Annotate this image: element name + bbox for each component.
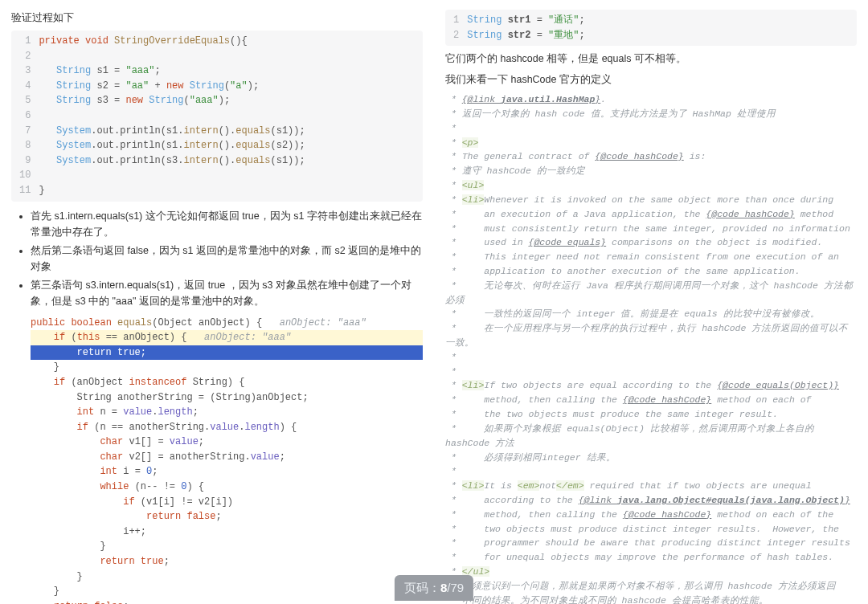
explain-list: 首先 s1.intern.equals(s1) 这个无论如何都返回 true，因… xyxy=(11,208,423,309)
code-block-3: 1 2 String str1 = "通话"; String str2 = "重… xyxy=(445,10,857,46)
code-block-1: 1 2 3 4 5 6 7 8 9 10 11 private void Str… xyxy=(11,31,423,202)
page-total: /79 xyxy=(447,581,464,594)
list-item: 第三条语句 s3.intern.equals(s1)，返回 true ，因为 s… xyxy=(31,277,423,309)
list-item: 然后第二条语句返回 false，因为 s1 返回的是常量池中的对象，而 s2 返… xyxy=(31,243,423,275)
code-block-2: public boolean equals(Object anObject) {… xyxy=(31,316,423,604)
page-indicator: 页码：8/79 xyxy=(395,575,473,601)
code-gutter: 1 2 xyxy=(445,10,464,46)
left-column: 验证过程如下 1 2 3 4 5 6 7 8 9 10 11 private v… xyxy=(0,0,434,604)
paragraph: 我们来看一下 hashCode 官方的定义 xyxy=(445,71,857,88)
paragraph: 它们两个的 hashcode 相等，但是 equals 可不相等。 xyxy=(445,51,857,67)
code-body: String str1 = "通话"; String str2 = "重地"; xyxy=(464,10,857,46)
code-gutter: 1 2 3 4 5 6 7 8 9 10 11 xyxy=(11,31,35,202)
page-label: 页码： xyxy=(404,581,440,594)
right-column: 1 2 String str1 = "通话"; String str2 = "重… xyxy=(434,0,868,604)
list-item: 首先 s1.intern.equals(s1) 这个无论如何都返回 true，因… xyxy=(31,208,423,240)
javadoc-block: * {@link java.util.HashMap}. * 返回一个对象的 h… xyxy=(445,92,857,604)
intro-text: 验证过程如下 xyxy=(11,10,423,26)
code-body: private void StringOverrideEquals(){ Str… xyxy=(35,31,423,202)
